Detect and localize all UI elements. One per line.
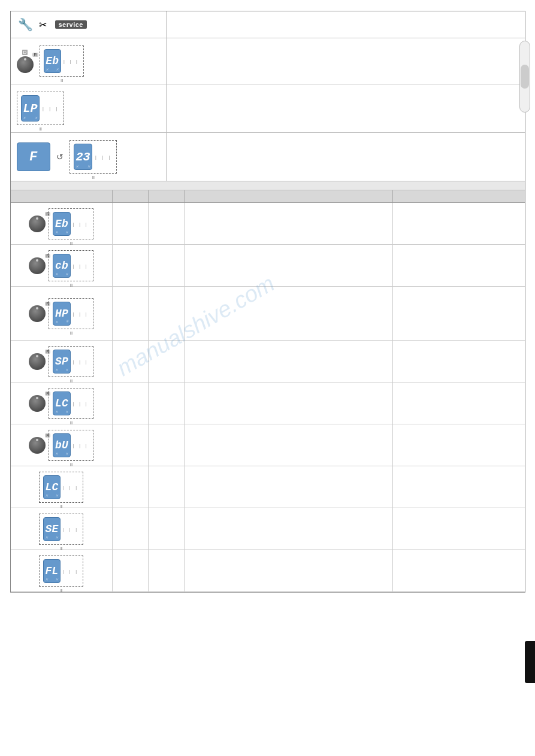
arrow-icon: ↺ [56,152,64,162]
cell-desc-lc2 [185,466,393,508]
cell-val2-lc1 [149,382,185,424]
knob-icon-lc1 [29,395,46,412]
lc1-display: LC ✕ ✕ [53,391,70,415]
sp-display-wrapper: SP ✕ ✕ ||| [49,346,93,377]
ticks-hp: ||| [71,312,89,316]
cell-display-eb1: R Eb ✕ ✕ ||| [11,203,113,244]
cell-val2-bu [149,424,185,466]
xbr-bu: ✕ [65,451,68,456]
cell-desc-hp [185,287,393,340]
knob-badge-bu: R [29,437,46,454]
se-code: SE [46,523,59,535]
d-label: D [22,50,28,55]
cell-display-hp: R HP ✕ ✳ ||| [11,287,113,340]
cell-val1-lc2 [113,466,149,508]
hp-display: HP ✕ ✳ [53,302,70,326]
xbl-lc2: ✕ [46,493,48,498]
ticks-fl: ||| [61,569,79,573]
x-mark-br: ✕ [56,67,59,72]
service-badge: service [55,20,87,29]
table-row: SE ✕ ✕ ||| [11,508,525,550]
xbl-eb1: ✕ [55,230,58,235]
xbl-fl: ✕ [46,577,48,582]
cell-note-lc1 [393,382,525,424]
col-header-note [393,190,525,202]
cell-note-hp [393,287,525,340]
cell-val1-bu [113,424,149,466]
xbl-hp: ✕ [55,320,58,324]
xbr-hp: ✳ [65,318,68,324]
num23-text: 23 [75,150,90,164]
wrench-icon: 🔧 [18,17,33,32]
cell-desc-lc1 [185,382,393,424]
table-row: LC ✕ ✕ ||| [11,466,525,508]
knob-icon-hp [29,305,46,322]
lc2-display-wrapper: LC ✕ ✕ ||| [39,472,83,503]
eb-text: Eb [46,55,59,67]
xbl-bu: ✕ [55,451,58,456]
table-row: FL ✕ ✕ ||| [11,550,525,592]
table-row: R HP ✕ ✳ ||| [11,287,525,341]
knob-badge-eb1: R [29,215,46,232]
bu-display-wrapper: bU ✕ ✕ ||| [49,430,93,461]
cb-display-wrapper: cb ✕ ✕ ||| [49,250,93,281]
cell-note-se [393,508,525,549]
se-display: SE ✕ ✕ [43,517,61,541]
f23-row-content: F ↺ 23 ✕ ✕ ||| [17,138,117,176]
fl-display: FL ✕ ✕ [43,559,61,583]
tick-marks-23: ||| [92,155,113,159]
eb-row-content: D R Eb ✕ ✕ [17,43,84,79]
ticks-sp: ||| [71,360,89,364]
separator [11,181,525,190]
cell-val2-cb [149,245,185,286]
cell-val1-hp [113,287,149,340]
r-label: R [32,53,38,57]
bu-code: bU [55,439,68,451]
ticks-cb: ||| [71,264,89,268]
xbr-fl: ✕ [56,577,58,582]
lp-row-right [167,84,525,132]
x-mark-br3: ✕ [87,164,90,169]
f23-display-area: F ↺ 23 ✕ ✕ ||| [11,133,167,181]
table-row: R cb ✕ ✕ ||| [11,245,525,287]
table-row: R Eb ✕ ✕ ||| [11,203,525,245]
lp-text: LP [23,102,37,116]
col-header-desc [185,190,393,202]
scrollbar[interactable] [519,41,530,113]
tick-marks-lp: ||| [40,107,60,111]
eb1-display: Eb ✕ ✕ [53,212,70,236]
hp-display-wrapper: HP ✕ ✳ ||| [49,298,93,329]
cell-display-lc2: LC ✕ ✕ ||| [11,466,113,508]
xbl-cb: ✕ [55,272,58,277]
scrollbar-thumb[interactable] [521,65,529,89]
fl-code: FL [46,565,59,577]
knob-badge-lc1: R [29,395,46,412]
table-header [11,190,525,203]
cell-val1-se [113,508,149,549]
table-row: R SP ✕ ✕ ||| [11,341,525,382]
lc2-code: LC [46,481,59,493]
xbl-sp: ✕ [55,368,58,372]
eb-display: Eb ✕ ✕ [44,49,61,73]
knob-icon [17,56,34,73]
cell-desc-eb1 [185,203,393,244]
cell-note-lc2 [393,466,525,508]
ticks-se: ||| [61,527,79,532]
x-mark-bl3: ✕ [76,164,78,169]
cell-desc-sp [185,341,393,382]
cell-desc-bu [185,424,393,466]
cell-val1-eb1 [113,203,149,244]
knob-icon-bu [29,437,46,454]
eb-display-wrapper: Eb ✕ ✕ ||| [40,45,84,77]
ticks-lc1: ||| [71,402,89,406]
cell-val1-fl [113,550,149,591]
x-mark-bl: ✕ [46,67,49,72]
cell-desc-cb [185,245,393,286]
num23-display-wrapper: 23 ✕ ✕ ||| [69,140,117,174]
xbl-se: ✕ [46,535,48,540]
lp-top-row: LP ✕ ✕ ||| [11,84,525,133]
knob-badge-sp: R [29,353,46,370]
knob-icon-cb [29,257,46,274]
cb-code: cb [55,260,68,272]
sp-code: SP [55,356,68,368]
